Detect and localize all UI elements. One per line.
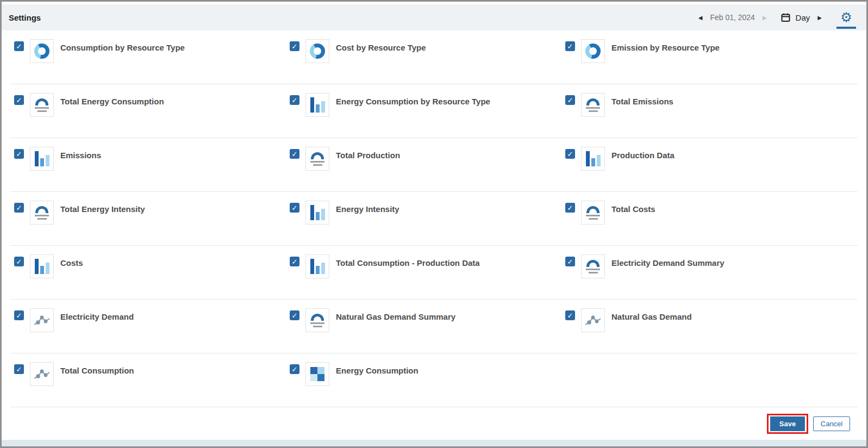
gear-active-underline <box>836 27 856 29</box>
chart-toggle-item: Production Data <box>565 138 841 192</box>
settings-header: Settings ◀ Feb 01, 2024 ▶ Day ▶ ⚙ <box>2 4 866 30</box>
chart-toggle-item: Electricity Demand <box>14 300 290 353</box>
cancel-button[interactable]: Cancel <box>813 416 850 431</box>
item-label: Energy Consumption by Resource Type <box>336 96 490 107</box>
bar-chart-icon <box>305 201 329 225</box>
settings-row: Total ConsumptionEnergy Consumption <box>2 353 866 407</box>
line-chart-icon <box>30 308 54 332</box>
item-label: Consumption by Resource Type <box>60 42 185 53</box>
current-date: Feb 01, 2024 <box>710 13 755 22</box>
chart-toggle-item: Electricity Demand Summary <box>565 246 841 300</box>
settings-row: Consumption by Resource TypeCost by Reso… <box>2 30 866 84</box>
line-chart-icon <box>30 362 54 386</box>
bar-chart-icon <box>581 147 605 171</box>
item-label: Total Energy Consumption <box>60 96 164 107</box>
chart-toggle-item: Consumption by Resource Type <box>14 30 290 84</box>
next-period-arrow-icon[interactable]: ▶ <box>814 15 825 21</box>
item-checkbox[interactable] <box>565 149 575 159</box>
item-label: Production Data <box>611 150 675 160</box>
chart-toggle-item: Energy Consumption by Resource Type <box>290 84 565 138</box>
period-selector[interactable]: Day <box>796 13 810 22</box>
chart-toggle-item: Energy Consumption <box>290 353 565 407</box>
item-checkbox[interactable] <box>14 149 24 159</box>
item-label: Cost by Resource Type <box>336 42 426 53</box>
item-checkbox[interactable] <box>565 41 575 51</box>
item-checkbox[interactable] <box>565 203 575 213</box>
gauge-summary-icon <box>581 201 605 225</box>
item-checkbox[interactable] <box>290 95 299 105</box>
chart-toggle-item: Natural Gas Demand <box>565 300 841 353</box>
save-button-red-highlight: Save <box>767 414 808 434</box>
settings-row: EmissionsTotal ProductionProduction Data <box>2 138 866 192</box>
item-checkbox[interactable] <box>565 95 575 105</box>
gauge-summary-icon <box>30 201 54 225</box>
chart-toggle-item: Total Emissions <box>565 84 841 138</box>
bar-chart-icon <box>30 254 54 278</box>
item-checkbox[interactable] <box>565 310 575 320</box>
item-checkbox[interactable] <box>14 364 24 374</box>
page-title: Settings <box>9 13 41 22</box>
settings-gear-tab[interactable]: ⚙ <box>834 4 859 30</box>
gauge-summary-icon <box>305 308 329 332</box>
heatmap-icon <box>305 362 329 386</box>
chart-toggle-item: Natural Gas Demand Summary <box>290 300 565 353</box>
item-checkbox[interactable] <box>14 310 24 320</box>
chart-toggle-item: Costs <box>14 246 290 300</box>
item-checkbox[interactable] <box>290 364 299 374</box>
calendar-icon[interactable] <box>781 13 790 22</box>
chart-toggle-item: Total Consumption <box>14 353 290 407</box>
chart-toggle-item: Energy Intensity <box>290 192 565 246</box>
item-label: Total Consumption - Production Data <box>336 258 480 268</box>
bar-chart-icon <box>305 254 329 278</box>
settings-row: Total Energy IntensityEnergy IntensityTo… <box>2 192 866 246</box>
prev-date-arrow-icon[interactable]: ◀ <box>695 15 706 21</box>
settings-row: Electricity DemandNatural Gas Demand Sum… <box>2 300 866 353</box>
footer-actions: Save Cancel <box>2 407 866 440</box>
gear-icon: ⚙ <box>840 11 852 24</box>
chart-settings-grid: Consumption by Resource TypeCost by Reso… <box>2 30 866 407</box>
chart-toggle-item: Cost by Resource Type <box>290 30 565 84</box>
item-label: Natural Gas Demand Summary <box>336 312 455 322</box>
item-checkbox[interactable] <box>290 41 299 51</box>
header-controls: ◀ Feb 01, 2024 ▶ Day ▶ ⚙ <box>695 4 859 30</box>
item-label: Total Production <box>336 150 400 160</box>
item-checkbox[interactable] <box>14 257 24 266</box>
item-label: Emission by Resource Type <box>611 42 720 53</box>
item-label: Electricity Demand Summary <box>611 258 725 268</box>
item-checkbox[interactable] <box>565 257 575 266</box>
item-checkbox[interactable] <box>290 310 299 320</box>
item-checkbox[interactable] <box>14 41 24 51</box>
gauge-summary-icon <box>305 147 329 171</box>
item-checkbox[interactable] <box>14 95 24 105</box>
chart-toggle-item: Total Energy Intensity <box>14 192 290 246</box>
item-checkbox[interactable] <box>290 149 299 159</box>
settings-row: Total Energy ConsumptionEnergy Consumpti… <box>2 84 866 138</box>
chart-toggle-item: Emission by Resource Type <box>565 30 841 84</box>
item-label: Energy Consumption <box>336 365 419 376</box>
item-label: Electricity Demand <box>60 312 134 322</box>
item-label: Costs <box>60 258 83 268</box>
chart-toggle-item: Total Consumption - Production Data <box>290 246 565 300</box>
bottom-strip <box>2 440 866 446</box>
settings-row: CostsTotal Consumption - Production Data… <box>2 246 866 300</box>
line-chart-icon <box>581 308 605 332</box>
next-date-arrow-icon[interactable]: ▶ <box>759 15 770 21</box>
item-checkbox[interactable] <box>290 257 299 266</box>
gauge-summary-icon <box>581 254 605 278</box>
item-label: Total Emissions <box>611 96 673 107</box>
item-checkbox[interactable] <box>290 203 299 213</box>
item-label: Total Energy Intensity <box>60 204 145 214</box>
donut-chart-icon <box>30 39 54 63</box>
save-button[interactable]: Save <box>770 416 805 431</box>
item-label: Total Consumption <box>60 365 134 376</box>
item-label: Energy Intensity <box>336 204 399 214</box>
item-label: Emissions <box>60 150 101 160</box>
item-label: Natural Gas Demand <box>611 312 692 322</box>
donut-chart-icon <box>305 39 329 63</box>
chart-toggle-item: Total Production <box>290 138 565 192</box>
gauge-summary-icon <box>30 93 54 117</box>
item-checkbox[interactable] <box>14 203 24 213</box>
gauge-summary-icon <box>581 93 605 117</box>
chart-toggle-item: Total Energy Consumption <box>14 84 290 138</box>
settings-panel: Settings ◀ Feb 01, 2024 ▶ Day ▶ ⚙ Consum… <box>0 0 868 448</box>
